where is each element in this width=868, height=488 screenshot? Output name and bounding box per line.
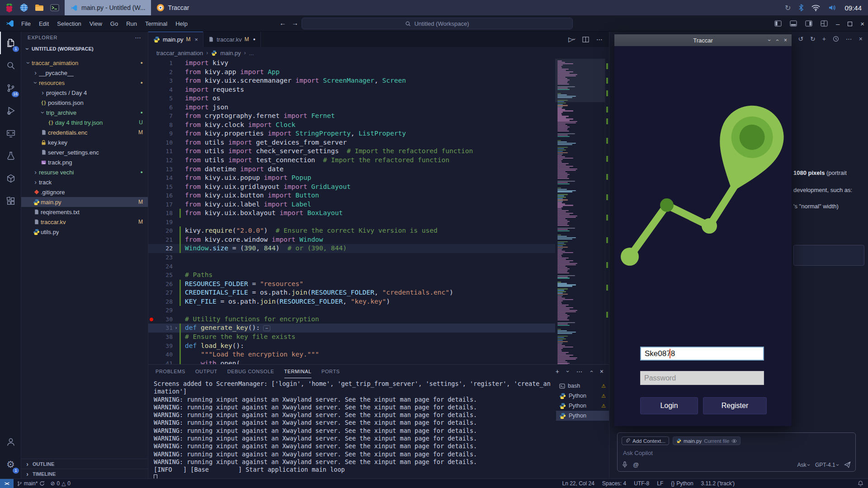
split-editor-icon[interactable] (582, 36, 589, 43)
run-python-icon[interactable]: ▷› (568, 36, 575, 43)
menu-go[interactable]: Go (106, 20, 122, 27)
activity-remote-explorer-icon[interactable] (0, 122, 21, 145)
toggle-panel-icon[interactable] (790, 20, 797, 27)
terminal-instance-python[interactable]: Python (556, 411, 609, 421)
mode-picker[interactable]: Ask › (797, 462, 810, 468)
code-line-31[interactable]: 31›def generate_key():⋯ (148, 324, 555, 333)
activity-source-control-icon[interactable]: 16 (0, 77, 21, 99)
git-branch-status[interactable]: main* (17, 480, 45, 487)
new-terminal-icon[interactable]: + (556, 368, 559, 375)
minimap[interactable] (555, 59, 605, 364)
nav-back-icon[interactable]: ← (279, 19, 286, 27)
activity-explorer-icon[interactable]: 1 (0, 32, 21, 54)
terminal-output[interactable]: Screens added to ScreenManager: ['login'… (154, 380, 552, 482)
breadcrumb-folder[interactable]: traccar_animation (156, 50, 203, 56)
code-line-19[interactable]: 19 (148, 218, 555, 227)
remote-indicator[interactable]: >< (0, 479, 14, 488)
close-tab-icon[interactable]: × (195, 36, 198, 43)
folder-resources[interactable]: ›resources● (21, 78, 148, 88)
file-credentials-enc[interactable]: credentials.encM (21, 127, 148, 137)
code-line-26[interactable]: 26RESOURCES_FOLDER = "resources" (148, 280, 555, 289)
panel-tab-debug-console[interactable]: DEBUG CONSOLE (227, 365, 274, 378)
code-line-16[interactable]: 16from kivy.uix.button import Button (148, 191, 555, 200)
send-icon[interactable] (844, 461, 851, 468)
folder-resurse-vechi[interactable]: ›resurse vechi● (21, 167, 148, 177)
code-line-6[interactable]: 6import json (148, 103, 555, 112)
file-track-png[interactable]: track.png (21, 157, 148, 167)
code-line-40[interactable]: 40 """Load the encryption key.""" (148, 350, 555, 359)
code-line-23[interactable]: 23 (148, 253, 555, 262)
activity-search-icon[interactable] (0, 54, 21, 77)
eol[interactable]: LF (657, 480, 663, 487)
code-line-2[interactable]: 2from kivy.app import App (148, 68, 555, 77)
menu-view[interactable]: View (85, 20, 106, 27)
new-chat-icon[interactable]: + (822, 35, 826, 42)
encoding[interactable]: UTF-8 (634, 480, 649, 487)
menu-help[interactable]: Help (171, 20, 192, 27)
breakpoint-icon[interactable] (150, 318, 153, 321)
panel-more-icon[interactable]: ⋯ (576, 368, 583, 375)
traccar-titlebar[interactable]: Traccar › › × (614, 34, 792, 46)
command-center-search[interactable]: Untitled (Workspace) (302, 18, 573, 29)
file-utils-py[interactable]: utils.py (21, 227, 148, 237)
code-line-22[interactable]: 22Window.size = (390, 844) # or (390, 84… (148, 244, 555, 253)
menu-selection[interactable]: Selection (53, 20, 85, 27)
username-field[interactable] (640, 347, 764, 361)
folder--pycache-[interactable]: ›__pycache__ (21, 68, 148, 78)
code-line-20[interactable]: 20kivy.require("2.0.0") # Ensure the cor… (148, 226, 555, 235)
code-editor[interactable]: 1import kivy2from kivy.app import App3fr… (148, 59, 555, 364)
code-line-10[interactable]: 10from utils import get_devices_from_ser… (148, 138, 555, 147)
code-line-27[interactable]: 27CREDENTIALS_FILE = os.path.join(RESOUR… (148, 288, 555, 297)
taskbar-window-vscode[interactable]: main.py - Untitled (W... (65, 0, 151, 15)
updater-icon[interactable]: ↻ (785, 4, 791, 12)
close-chat-icon[interactable]: × (859, 35, 863, 42)
editor-more-icon[interactable]: ⋯ (596, 36, 603, 43)
browser-icon[interactable] (19, 3, 28, 12)
terminal-app-icon[interactable] (50, 4, 59, 11)
activity-testing-icon[interactable] (0, 145, 21, 167)
code-line-30[interactable]: 30# Utility functions for encryption (148, 315, 555, 324)
window-minimize-icon[interactable]: › (766, 39, 773, 41)
timeline-section[interactable]: ›TIMELINE (21, 469, 148, 479)
file-main-py[interactable]: main.pyM (21, 197, 148, 207)
close-panel-icon[interactable]: × (600, 368, 604, 375)
panel-tab-terminal[interactable]: TERMINAL (284, 365, 311, 378)
menu-run[interactable]: Run (122, 20, 141, 27)
minimap-viewport[interactable] (555, 59, 605, 102)
chat-more-icon[interactable]: ⋯ (846, 35, 852, 42)
terminal-instance-python[interactable]: Python⚠ (556, 401, 609, 411)
notifications-bell-icon[interactable] (858, 480, 863, 487)
terminal-instance-bash[interactable]: bash⚠ (556, 381, 609, 391)
indentation[interactable]: Spaces: 4 (602, 480, 626, 487)
code-line-39[interactable]: 39def load_key(): (148, 342, 555, 351)
taskbar-window-traccar[interactable]: Traccar (151, 0, 195, 15)
fold-icon[interactable]: › (173, 324, 179, 333)
menu-terminal[interactable]: Terminal (141, 20, 171, 27)
accounts-icon[interactable] (0, 431, 21, 453)
code-line-12[interactable]: 12from utils import test_connection # Im… (148, 156, 555, 165)
nav-forward-icon[interactable]: → (292, 19, 298, 27)
file-day-4-third-try-json[interactable]: {}day 4 third try.jsonU (21, 117, 148, 127)
add-context-button[interactable]: Add Context... (622, 436, 669, 445)
code-line-17[interactable]: 17from kivy.uix.label import Label (148, 200, 555, 209)
mention-icon[interactable]: @ (633, 461, 639, 468)
code-line-18[interactable]: 18from kivy.uix.boxlayout import BoxLayo… (148, 209, 555, 218)
register-button[interactable]: Register (703, 397, 767, 414)
volume-icon[interactable] (828, 4, 836, 11)
undo-icon[interactable]: ↺ (798, 35, 803, 42)
breadcrumb-file[interactable]: main.py (220, 50, 241, 56)
window-maximize-icon[interactable]: › (774, 39, 780, 41)
wifi-icon[interactable] (811, 5, 820, 11)
workspace-section[interactable]: › UNTITLED (WORKSPACE) (21, 43, 148, 54)
terminal-profile-chevron-icon[interactable]: › (565, 371, 571, 372)
file-positions-json[interactable]: {}positions.json (21, 98, 148, 108)
folder-traccar-animation[interactable]: ›traccar_animation● (21, 58, 148, 68)
menu-edit[interactable]: Edit (35, 20, 53, 27)
folder-track[interactable]: ›track (21, 177, 148, 187)
code-line-9[interactable]: 9from kivy.properties import StringPrope… (148, 129, 555, 138)
file-manager-icon[interactable] (35, 4, 44, 11)
tab-main-py[interactable]: main.pyM× (148, 32, 203, 47)
code-line-25[interactable]: 25# Paths (148, 271, 555, 280)
bluetooth-icon[interactable] (799, 4, 803, 11)
menu-file[interactable]: File (17, 20, 35, 27)
